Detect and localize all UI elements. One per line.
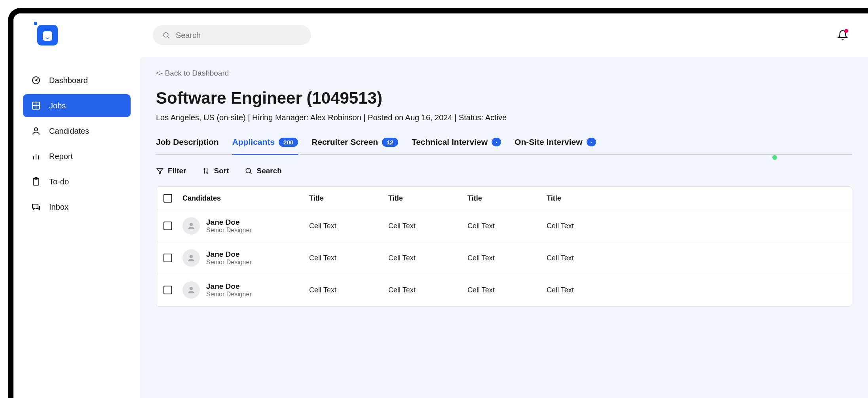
svg-line-14 bbox=[250, 172, 252, 174]
user-icon bbox=[31, 126, 41, 136]
filter-icon bbox=[156, 167, 164, 175]
clipboard-icon bbox=[31, 176, 41, 187]
app-logo[interactable] bbox=[37, 25, 58, 45]
sort-icon bbox=[202, 167, 210, 175]
sidebar-item-inbox[interactable]: Inbox bbox=[23, 195, 131, 218]
topbar bbox=[13, 13, 868, 57]
tab-recruiter-screen[interactable]: Recruiter Screen 12 bbox=[311, 137, 398, 155]
sidebar-item-todo[interactable]: To-do bbox=[23, 170, 131, 193]
table-cell: Cell Text bbox=[467, 286, 547, 294]
candidate-role: Senior Designer bbox=[206, 291, 252, 298]
grid-icon bbox=[31, 100, 41, 111]
sidebar-item-label: To-do bbox=[49, 177, 69, 186]
tab-label: Technical Interview bbox=[412, 137, 488, 147]
filter-label: Filter bbox=[168, 167, 186, 175]
svg-point-0 bbox=[163, 32, 168, 37]
notifications-button[interactable] bbox=[837, 30, 848, 41]
column-header-title[interactable]: Title bbox=[309, 194, 388, 203]
candidate-name: Jane Doe bbox=[206, 282, 252, 291]
sort-button[interactable]: Sort bbox=[202, 167, 229, 175]
filter-button[interactable]: Filter bbox=[156, 167, 186, 175]
table-cell: Cell Text bbox=[309, 286, 388, 294]
search-label: Search bbox=[256, 167, 281, 175]
svg-point-16 bbox=[190, 255, 192, 258]
avatar bbox=[182, 217, 200, 235]
search-input[interactable] bbox=[176, 31, 302, 40]
sidebar-item-candidates[interactable]: Candidates bbox=[23, 119, 131, 142]
sort-label: Sort bbox=[214, 167, 229, 175]
tab-technical-interview[interactable]: Technical Interview · bbox=[412, 137, 501, 155]
tab-badge: 12 bbox=[382, 138, 398, 147]
user-icon bbox=[187, 222, 196, 230]
row-checkbox[interactable] bbox=[163, 254, 172, 262]
table-cell: Cell Text bbox=[388, 286, 467, 294]
avatar bbox=[182, 249, 200, 267]
svg-point-13 bbox=[246, 168, 251, 173]
page-title: Software Engineer (1049513) bbox=[156, 89, 852, 108]
search-button[interactable]: Search bbox=[245, 167, 281, 175]
main-content: <- Back to Dashboard Software Engineer (… bbox=[140, 57, 868, 398]
applicants-table: Candidates Title Title Title Title bbox=[156, 186, 852, 307]
tab-onsite-interview[interactable]: On-Site Interview · bbox=[515, 137, 596, 155]
table-cell: Cell Text bbox=[388, 254, 467, 262]
row-checkbox[interactable] bbox=[163, 222, 172, 230]
table-cell: Cell Text bbox=[309, 222, 388, 230]
table-cell: Cell Text bbox=[467, 254, 547, 262]
sidebar-item-label: Jobs bbox=[49, 101, 66, 110]
svg-point-7 bbox=[34, 128, 38, 131]
tab-badge: · bbox=[587, 138, 596, 146]
chat-icon bbox=[31, 202, 41, 212]
gauge-icon bbox=[31, 75, 41, 85]
tabs: Job Description Applicants 200 Recruiter… bbox=[156, 137, 852, 155]
svg-line-1 bbox=[168, 37, 169, 38]
table-row[interactable]: Jane Doe Senior Designer Cell Text Cell … bbox=[156, 242, 852, 274]
tab-label: Applicants bbox=[232, 137, 275, 147]
column-header-title[interactable]: Title bbox=[467, 194, 547, 203]
sidebar-item-label: Dashboard bbox=[49, 76, 88, 85]
column-header-title[interactable]: Title bbox=[388, 194, 467, 203]
search-icon bbox=[162, 31, 170, 40]
table-row[interactable]: Jane Doe Senior Designer Cell Text Cell … bbox=[156, 274, 852, 306]
sidebar-item-report[interactable]: Report bbox=[23, 145, 131, 168]
table-cell: Cell Text bbox=[388, 222, 467, 230]
avatar bbox=[182, 281, 200, 299]
sidebar-item-label: Candidates bbox=[49, 127, 89, 136]
bar-chart-icon bbox=[31, 151, 41, 161]
candidate-name: Jane Doe bbox=[206, 250, 252, 259]
table-row[interactable]: Jane Doe Senior Designer Cell Text Cell … bbox=[156, 210, 852, 242]
sidebar-item-jobs[interactable]: Jobs bbox=[23, 94, 131, 117]
table-cell: Cell Text bbox=[547, 254, 626, 262]
candidate-role: Senior Designer bbox=[206, 227, 252, 234]
tab-label: Recruiter Screen bbox=[311, 137, 378, 147]
table-cell: Cell Text bbox=[467, 222, 547, 230]
tab-applicants[interactable]: Applicants 200 bbox=[232, 137, 298, 155]
column-header-candidates[interactable]: Candidates bbox=[182, 194, 309, 203]
tab-job-description[interactable]: Job Description bbox=[156, 137, 219, 155]
user-icon bbox=[187, 254, 196, 262]
back-to-dashboard-link[interactable]: <- Back to Dashboard bbox=[156, 69, 229, 78]
column-header-title[interactable]: Title bbox=[547, 194, 626, 203]
search-icon bbox=[245, 167, 253, 175]
tab-label: Job Description bbox=[156, 137, 219, 147]
sidebar: Dashboard Jobs Candidates Report bbox=[13, 57, 140, 398]
row-checkbox[interactable] bbox=[163, 286, 172, 294]
toolbar: Filter Sort Search bbox=[156, 167, 852, 175]
candidate-role: Senior Designer bbox=[206, 259, 252, 266]
select-all-checkbox[interactable] bbox=[163, 194, 172, 203]
table-cell: Cell Text bbox=[547, 286, 626, 294]
svg-point-3 bbox=[36, 80, 36, 81]
table-cell: Cell Text bbox=[309, 254, 388, 262]
candidate-name: Jane Doe bbox=[206, 218, 252, 227]
status-dot-icon bbox=[772, 155, 777, 160]
sidebar-item-label: Report bbox=[49, 152, 73, 161]
tab-label: On-Site Interview bbox=[515, 137, 583, 147]
sidebar-item-dashboard[interactable]: Dashboard bbox=[23, 69, 131, 92]
notification-dot-icon bbox=[844, 29, 848, 33]
table-header-row: Candidates Title Title Title Title bbox=[156, 187, 852, 210]
user-icon bbox=[187, 286, 196, 294]
svg-point-17 bbox=[190, 287, 192, 290]
sidebar-item-label: Inbox bbox=[49, 203, 68, 212]
global-search[interactable] bbox=[153, 25, 311, 45]
page-subtitle: Los Angeles, US (on-site) | Hiring Manag… bbox=[156, 113, 852, 122]
tab-badge: 200 bbox=[279, 138, 298, 147]
